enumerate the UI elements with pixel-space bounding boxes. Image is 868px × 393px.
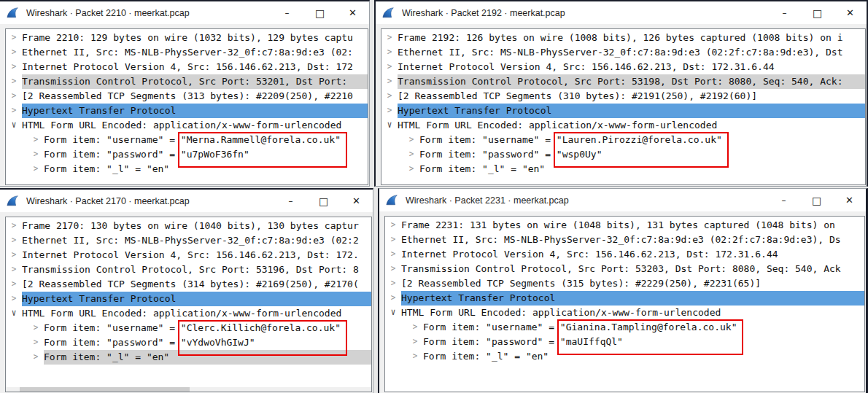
packet-tree-row[interactable]: >[2 Reassembled TCP Segments (310 bytes)… — [381, 89, 865, 104]
form-item-value: "u7pWoF36fn" — [181, 147, 249, 162]
tree-row-label: [2 Reassembled TCP Segments (310 bytes):… — [398, 89, 757, 104]
packet-tree-row[interactable]: >Transmission Control Protocol, Src Port… — [6, 74, 368, 89]
tree-row-label: Form item: "_l" = "en" — [44, 162, 169, 176]
horizontal-scrollbar-thumb[interactable] — [20, 387, 190, 392]
tree-row-label: Form item: "_l" = "en" — [419, 162, 545, 176]
packet-tree-row[interactable]: >Form item: "password" = "u7pWoF36fn" — [6, 147, 368, 162]
minimize-button[interactable]: – — [274, 190, 307, 212]
packet-tree-row[interactable]: >Hypertext Transfer Protocol — [381, 104, 865, 118]
close-button[interactable]: ✕ — [340, 190, 373, 212]
packet-tree-row[interactable]: ∨HTML Form URL Encoded: application/x-ww… — [6, 306, 371, 321]
packet-tree-row[interactable]: >[2 Reassembled TCP Segments (314 bytes)… — [6, 277, 371, 292]
packet-tree-row[interactable]: >Frame 2210: 129 bytes on wire (1032 bit… — [6, 31, 368, 45]
packet-tree-row[interactable]: >Hypertext Transfer Protocol — [385, 291, 864, 306]
packet-tree-row[interactable]: >Form item: "username" = "Merna.Rammell@… — [6, 133, 368, 147]
packet-tree-row[interactable]: >Frame 2231: 131 bytes on wire (1048 bit… — [385, 218, 864, 233]
chevron-right-icon[interactable]: > — [403, 161, 419, 178]
close-button[interactable]: ✕ — [834, 1, 867, 24]
window-controls: – □ ✕ — [271, 1, 369, 24]
maximize-button[interactable]: □ — [303, 1, 336, 24]
maximize-button[interactable]: □ — [307, 190, 340, 212]
tree-row-label: Transmission Control Protocol, Src Port:… — [22, 262, 359, 277]
minimize-button[interactable]: – — [271, 1, 303, 24]
packet-tree-row[interactable]: >Frame 2192: 126 bytes on wire (1008 bit… — [381, 31, 865, 45]
form-item-label: Form item: "password" = — [419, 147, 557, 162]
packet-tree-row[interactable]: >Transmission Control Protocol, Src Port… — [381, 74, 865, 89]
window-content: >Frame 2170: 130 bytes on wire (1040 bit… — [0, 212, 373, 393]
packet-tree-row[interactable]: >Internet Protocol Version 4, Src: 156.1… — [385, 247, 864, 262]
packet-tree-row[interactable]: >Form item: "_l" = "en" — [6, 162, 368, 176]
tree-row-label: Internet Protocol Version 4, Src: 156.14… — [22, 248, 359, 262]
wireshark-logo-icon — [7, 195, 20, 207]
tree-row-label: Hypertext Transfer Protocol — [398, 104, 551, 118]
close-button[interactable]: ✕ — [336, 1, 369, 24]
packet-tree-row[interactable]: >Hypertext Transfer Protocol — [6, 292, 371, 306]
tree-row-text: Internet Protocol Version 4, Src: 156.14… — [401, 247, 864, 262]
packet-tree-row[interactable]: >Frame 2170: 130 bytes on wire (1040 bit… — [6, 219, 371, 233]
packet-tree-row[interactable]: >Form item: "password" = "vYdwoVhGIwJ" — [6, 335, 371, 350]
chevron-down-icon[interactable]: ∨ — [385, 305, 401, 322]
form-item-value: "maUIffqQl" — [560, 335, 623, 349]
packet-tree-row[interactable]: >Form item: "username" = "Clerc.Killich@… — [6, 321, 371, 335]
form-item-label: Form item: "password" = — [44, 147, 181, 162]
packet-tree-row[interactable]: >Transmission Control Protocol, Src Port… — [6, 262, 371, 277]
tree-row-label: Ethernet II, Src: MS-NLB-PhysServer-32_0… — [401, 233, 841, 247]
window-content: >Frame 2192: 126 bytes on wire (1008 bit… — [376, 24, 867, 186]
chevron-down-icon[interactable]: ∨ — [381, 117, 398, 134]
minimize-button[interactable]: – — [767, 189, 800, 211]
title-bar[interactable]: Wireshark · Packet 2210 · meerkat.pcap –… — [0, 1, 369, 24]
packet-details-pane[interactable]: >Frame 2192: 126 bytes on wire (1008 bit… — [381, 28, 866, 185]
tree-row-text: [2 Reassembled TCP Segments (315 bytes):… — [401, 276, 864, 291]
packet-tree-row[interactable]: >Internet Protocol Version 4, Src: 156.1… — [6, 60, 368, 74]
packet-tree-row[interactable]: >Form item: "_l" = "en" — [385, 349, 864, 364]
packet-tree-row[interactable]: ∨HTML Form URL Encoded: application/x-ww… — [385, 306, 864, 320]
packet-tree-row[interactable]: >Ethernet II, Src: MS-NLB-PhysServer-32_… — [6, 233, 371, 248]
close-button[interactable]: ✕ — [833, 189, 866, 211]
window-title: Wireshark · Packet 2192 · meerkat.pcap — [402, 8, 565, 18]
packet-tree-row[interactable]: >Transmission Control Protocol, Src Port… — [385, 262, 864, 276]
tree-row-label: Frame 2170: 130 bytes on wire (1040 bits… — [22, 219, 359, 233]
wireshark-logo-icon — [382, 7, 395, 19]
chevron-right-icon[interactable]: > — [28, 349, 44, 366]
tree-row-text: Ethernet II, Src: MS-NLB-PhysServer-32_0… — [398, 45, 865, 60]
title-bar[interactable]: Wireshark · Packet 2192 · meerkat.pcap –… — [376, 1, 867, 24]
maximize-button[interactable]: □ — [801, 1, 834, 24]
packet-details-pane[interactable]: >Frame 2210: 129 bytes on wire (1032 bit… — [5, 28, 368, 185]
packet-tree-row[interactable]: >[2 Reassembled TCP Segments (315 bytes)… — [385, 276, 864, 291]
packet-details-pane[interactable]: >Frame 2170: 130 bytes on wire (1040 bit… — [5, 217, 372, 392]
packet-tree-row[interactable]: >Form item: "username" = "Gianina.Tampli… — [385, 320, 864, 335]
packet-tree-row[interactable]: >Form item: "password" = "wsp0Uy" — [381, 147, 865, 162]
packet-tree-row[interactable]: >Form item: "_l" = "en" — [6, 350, 371, 365]
packet-tree-row[interactable]: >[2 Reassembled TCP Segments (313 bytes)… — [6, 89, 368, 104]
title-bar[interactable]: Wireshark · Packet 2231 · meerkat.pcap –… — [379, 189, 866, 211]
chevron-down-icon[interactable]: ∨ — [6, 306, 22, 322]
chevron-right-icon[interactable]: > — [407, 349, 423, 365]
minimize-button[interactable]: – — [768, 1, 801, 24]
packet-tree-row[interactable]: >Internet Protocol Version 4, Src: 156.1… — [381, 60, 865, 74]
tree-row-text: Ethernet II, Src: MS-NLB-PhysServer-32_0… — [401, 233, 864, 247]
title-bar[interactable]: Wireshark · Packet 2170 · meerkat.pcap –… — [0, 190, 373, 212]
packet-tree-row[interactable]: ∨HTML Form URL Encoded: application/x-ww… — [381, 118, 865, 133]
wireshark-logo-icon — [7, 7, 20, 19]
packet-tree-row[interactable]: >Internet Protocol Version 4, Src: 156.1… — [6, 248, 371, 262]
chevron-right-icon[interactable]: > — [28, 161, 44, 178]
form-item-label: Form item: "password" = — [423, 335, 560, 349]
packet-tree-row[interactable]: >Hypertext Transfer Protocol — [6, 104, 368, 118]
tree-row-label: Transmission Control Protocol, Src Port:… — [401, 262, 841, 276]
packet-details-pane[interactable]: >Frame 2231: 131 bytes on wire (1048 bit… — [384, 216, 865, 392]
packet-tree-row[interactable]: >Form item: "password" = "maUIffqQl" — [385, 335, 864, 349]
window-title: Wireshark · Packet 2210 · meerkat.pcap — [26, 8, 190, 18]
chevron-down-icon[interactable]: ∨ — [6, 117, 22, 134]
tree-row-label: [2 Reassembled TCP Segments (313 bytes):… — [22, 89, 353, 104]
tree-row-text: Ethernet II, Src: MS-NLB-PhysServer-32_0… — [22, 45, 368, 60]
form-item-value: "Merna.Rammell@forela.co.uk" — [181, 133, 341, 147]
horizontal-scrollbar[interactable] — [6, 387, 371, 392]
packet-tree-row[interactable]: ∨HTML Form URL Encoded: application/x-ww… — [6, 118, 368, 133]
packet-tree-row[interactable]: >Ethernet II, Src: MS-NLB-PhysServer-32_… — [381, 45, 865, 60]
tree-row-text: [2 Reassembled TCP Segments (313 bytes):… — [22, 89, 368, 104]
packet-tree-row[interactable]: >Ethernet II, Src: MS-NLB-PhysServer-32_… — [385, 233, 864, 247]
packet-tree-row[interactable]: >Ethernet II, Src: MS-NLB-PhysServer-32_… — [6, 45, 368, 60]
packet-tree-row[interactable]: >Form item: "_l" = "en" — [381, 162, 865, 176]
packet-tree-row[interactable]: >Form item: "username" = "Lauren.Pirozzi… — [381, 133, 865, 147]
maximize-button[interactable]: □ — [800, 189, 833, 211]
